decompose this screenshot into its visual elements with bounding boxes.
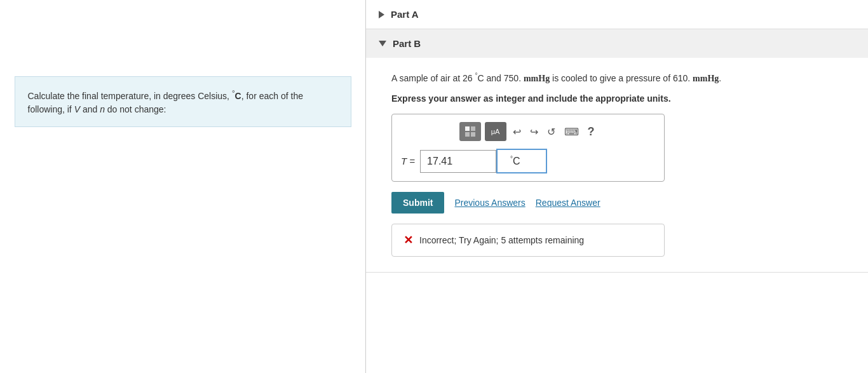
refresh-button[interactable]: ↺ xyxy=(545,123,558,140)
request-answer-button[interactable]: Request Answer xyxy=(536,198,600,208)
grid-icon xyxy=(464,125,477,138)
keyboard-button[interactable]: ⌨ xyxy=(562,123,581,140)
svg-rect-3 xyxy=(471,132,475,137)
redo-icon: ↪ xyxy=(530,126,538,138)
undo-button[interactable]: ↩ xyxy=(510,123,524,140)
error-icon: ✕ xyxy=(403,233,413,247)
part-b-section: Part B A sample of air at 26 °C and 750.… xyxy=(366,29,868,273)
question-box: Calculate the final temperature, in degr… xyxy=(15,76,351,127)
part-b-body: A sample of air at 26 °C and 750. mmHg i… xyxy=(366,58,868,272)
previous-answers-button[interactable]: Previous Answers xyxy=(454,198,525,208)
unit-mmhg-1: mmHg xyxy=(524,74,550,83)
part-b-expand-icon xyxy=(379,41,386,46)
mu-label: μA xyxy=(491,128,500,135)
right-panel: Part A Part B A sample of air at 26 °C a… xyxy=(366,0,868,373)
part-a-collapse-icon xyxy=(379,11,384,18)
keyboard-icon: ⌨ xyxy=(564,126,579,138)
help-icon: ? xyxy=(588,125,595,139)
part-a-section: Part A xyxy=(366,0,868,29)
help-button[interactable]: ? xyxy=(585,123,597,141)
answer-toolbar: μA ↩ ↪ ↺ ⌨ ? xyxy=(401,122,655,141)
svg-rect-1 xyxy=(471,126,475,131)
refresh-icon: ↺ xyxy=(547,126,555,138)
unit-display: °C xyxy=(496,149,547,173)
svg-rect-0 xyxy=(465,126,470,131)
input-row: T = °C xyxy=(401,149,655,173)
error-box: ✕ Incorrect; Try Again; 5 attempts remai… xyxy=(391,224,665,257)
question-text: Calculate the final temperature, in degr… xyxy=(28,91,304,114)
t-label: T = xyxy=(401,156,415,166)
part-a-header[interactable]: Part A xyxy=(366,0,868,29)
redo-button[interactable]: ↪ xyxy=(527,123,541,140)
instruction-text: Express your answer as integer and inclu… xyxy=(391,93,843,104)
svg-rect-2 xyxy=(465,132,470,137)
part-b-label: Part B xyxy=(393,38,421,49)
answer-container: μA ↩ ↪ ↺ ⌨ ? xyxy=(391,114,665,182)
mu-button[interactable]: μA xyxy=(485,122,506,141)
part-b-header[interactable]: Part B xyxy=(366,29,868,58)
answer-input[interactable] xyxy=(420,150,496,173)
error-text: Incorrect; Try Again; 5 attempts remaini… xyxy=(419,235,584,245)
submit-row: Submit Previous Answers Request Answer xyxy=(391,192,843,214)
problem-statement: A sample of air at 26 °C and 750. mmHg i… xyxy=(391,71,843,86)
part-a-label: Part A xyxy=(391,9,419,20)
grid-button[interactable] xyxy=(459,122,481,141)
left-panel: Calculate the final temperature, in degr… xyxy=(0,0,365,373)
submit-button[interactable]: Submit xyxy=(391,192,444,214)
undo-icon: ↩ xyxy=(513,126,521,138)
unit-mmhg-2: mmHg xyxy=(693,74,719,83)
